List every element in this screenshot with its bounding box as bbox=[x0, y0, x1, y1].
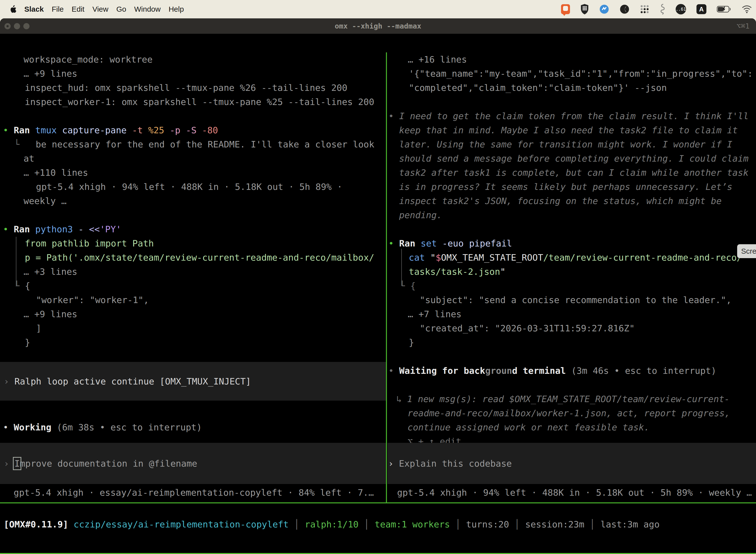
pane-divider-vertical[interactable] bbox=[386, 52, 387, 502]
working-status-line: • Working (6m 38s • esc to interrupt) bbox=[0, 420, 386, 434]
wifi-icon[interactable] bbox=[742, 5, 752, 13]
battery-percent-badge-icon[interactable]: ..61 bbox=[676, 4, 686, 14]
pane-divider-horizontal[interactable] bbox=[0, 502, 756, 503]
menu-view[interactable]: View bbox=[92, 5, 108, 13]
terminal-window: omx --xhigh --madmax ⌥⌘1 workspace_mode:… bbox=[0, 18, 756, 554]
left-terminal-pane[interactable]: workspace_mode: worktree… +9 linesinspec… bbox=[0, 52, 386, 502]
right-model-status-line: gpt-5.4 xhigh · 94% left · 488K in · 5.1… bbox=[387, 486, 756, 500]
input-source-icon[interactable]: A bbox=[696, 4, 706, 14]
shield-icon[interactable] bbox=[580, 4, 589, 14]
new-message-note: ↳ 1 new msg(s): read $OMX_TEAM_STATE_ROO… bbox=[387, 392, 756, 448]
waiting-status-line: • Waiting for background terminal (3m 46… bbox=[387, 364, 756, 378]
menu-file[interactable]: File bbox=[52, 5, 63, 13]
window-titlebar[interactable]: omx --xhigh --madmax ⌥⌘1 bbox=[0, 18, 756, 34]
connector-line bbox=[401, 249, 402, 286]
menu-help[interactable]: Help bbox=[169, 5, 184, 13]
squiggle-icon[interactable] bbox=[660, 4, 665, 15]
left-pane-output: workspace_mode: worktree… +9 linesinspec… bbox=[0, 52, 386, 349]
record-circle-icon[interactable] bbox=[620, 4, 630, 14]
window-shortcut: ⌥⌘1 bbox=[737, 18, 750, 34]
battery-icon[interactable] bbox=[717, 6, 731, 13]
menu-edit[interactable]: Edit bbox=[72, 5, 84, 13]
menu-bar: Slack File Edit View Go Window Help ..61… bbox=[0, 0, 756, 18]
right-pane-output: … +16 lines'{"team_name":"my-team","task… bbox=[387, 52, 756, 349]
dots-grid-icon[interactable] bbox=[640, 4, 649, 14]
connector-line bbox=[16, 237, 16, 286]
menu-bar-status-icons: ..61 A bbox=[561, 0, 752, 18]
chat-app-icon[interactable] bbox=[561, 4, 570, 14]
menu-go[interactable]: Go bbox=[116, 5, 126, 13]
screenshot-notification[interactable]: Scre bbox=[737, 244, 756, 258]
right-terminal-pane[interactable]: … +16 lines'{"team_name":"my-team","task… bbox=[387, 52, 756, 502]
left-prompt-input[interactable]: › Improve documentation in @filename bbox=[0, 443, 386, 484]
menu-app-name[interactable]: Slack bbox=[24, 5, 44, 13]
apple-logo-icon[interactable] bbox=[10, 5, 16, 13]
menu-window[interactable]: Window bbox=[134, 5, 161, 13]
bolt-badge-icon[interactable] bbox=[599, 4, 609, 14]
ralph-loop-band: › Ralph loop active continue [OMX_TMUX_I… bbox=[0, 362, 386, 401]
left-model-status-line: gpt-5.4 xhigh · essay/ai-reimplementatio… bbox=[0, 486, 386, 500]
tmux-status-bar: [omx-cczip0:bash* "MacBook-Pro-44.local"… bbox=[0, 553, 756, 554]
omx-hud-status-line: [OMX#0.11.9] cczip/essay/ai-reimplementa… bbox=[0, 517, 756, 532]
window-title: omx --xhigh --madmax bbox=[0, 18, 756, 34]
right-prompt-input[interactable]: › Explain this codebase bbox=[387, 443, 756, 484]
